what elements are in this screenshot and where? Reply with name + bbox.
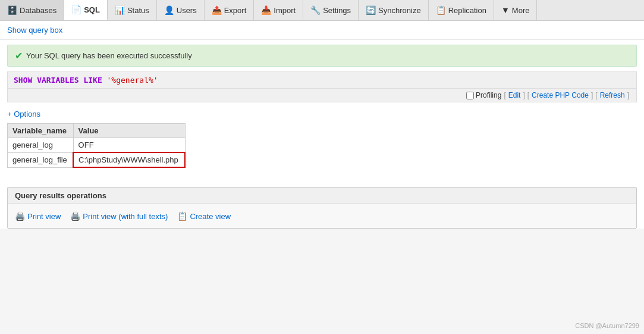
top-nav: 🗄️ Databases 📄 SQL 📊 Status 👤 Users 📤 Ex… [0,0,644,21]
synchronize-icon: 🔄 [366,5,376,15]
col-value: Value [73,124,185,138]
separator3: [ [527,91,529,99]
create-php-code-link[interactable]: Create PHP Code [532,91,589,99]
tab-synchronize[interactable]: 🔄 Synchronize [359,0,429,20]
tab-databases[interactable]: 🗄️ Databases [0,0,64,20]
tab-users[interactable]: 👤 Users [157,0,205,20]
tab-sql-label: SQL [84,5,100,14]
table-row: general_log OFF [8,138,186,153]
tab-settings[interactable]: 🔧 Settings [303,0,359,20]
main-content: Show query box ✔ Your SQL query has been… [0,21,644,229]
profiling-label[interactable]: Profiling [466,91,501,99]
profiling-checkbox[interactable] [466,92,474,99]
export-icon: 📤 [212,5,222,15]
separator5: [ [595,91,597,99]
cell-variable-1: general_log [8,138,74,153]
query-results-header: Query results operations [8,188,636,204]
more-icon: ▼ [501,5,510,15]
sql-string: '%general%' [107,76,158,85]
table-row: general_log_file C:\phpStudy\WWW\shell.p… [8,152,186,167]
cell-variable-2: general_log_file [8,152,74,167]
show-query-box-link[interactable]: Show query box [7,26,62,35]
col-variable-name: Variable_name [8,124,74,138]
create-view-link[interactable]: 📋 Create view [177,211,231,221]
settings-icon: 🔧 [310,5,321,15]
options-section: + Options [0,102,644,121]
refresh-link[interactable]: Refresh [600,91,625,99]
print-view-link[interactable]: 🖨️ Print view [15,211,61,221]
tab-more-label: More [512,6,530,15]
separator4: ] [591,91,593,99]
table-header-row: Variable_name Value [8,124,186,138]
sql-icon: 📄 [71,5,81,14]
separator6: ] [627,91,629,99]
print-view-full-link[interactable]: 🖨️ Print view (with full texts) [70,211,168,221]
tab-status-label: Status [127,6,149,15]
tab-replication-label: Replication [448,6,486,15]
create-view-label: Create view [190,212,231,221]
tab-more[interactable]: ▼ More [494,0,537,20]
tab-status[interactable]: 📊 Status [108,0,157,20]
tab-export-label: Export [224,6,247,15]
edit-link[interactable]: Edit [508,91,521,99]
tab-import[interactable]: 📥 Import [254,0,303,20]
sql-keyword: SHOW VARIABLES LIKE [14,76,102,85]
databases-icon: 🗄️ [7,5,17,15]
tab-export[interactable]: 📤 Export [205,0,255,20]
success-message: ✔ Your SQL query has been executed succe… [7,45,637,67]
tab-replication[interactable]: 📋 Replication [429,0,494,20]
status-icon: 📊 [115,5,125,15]
query-results-section: Query results operations 🖨️ Print view 🖨… [7,187,637,229]
results-table: Variable_name Value general_log OFF gene… [7,123,186,168]
tab-sql[interactable]: 📄 SQL [64,0,108,20]
print-view-icon: 🖨️ [15,211,25,221]
sql-display: SHOW VARIABLES LIKE '%general%' [7,71,637,89]
users-icon: 👤 [164,5,174,15]
success-icon: ✔ [15,50,23,61]
tab-databases-label: Databases [20,6,56,15]
tab-synchronize-label: Synchronize [378,6,421,15]
print-view-full-label: Print view (with full texts) [83,212,168,221]
print-view-full-icon: 🖨️ [70,211,80,221]
tab-import-label: Import [274,6,296,15]
show-query-box-section: Show query box [0,21,644,40]
print-view-label: Print view [27,212,61,221]
separator2: ] [523,91,524,99]
create-view-icon: 📋 [177,211,187,221]
tab-settings-label: Settings [323,6,351,15]
options-link[interactable]: + Options [7,110,40,118]
success-text: Your SQL query has been executed success… [26,51,192,60]
replication-icon: 📋 [436,5,446,15]
cell-value-2-highlighted: C:\phpStudy\WWW\shell.php [73,152,185,167]
tab-users-label: Users [177,6,197,15]
cell-value-1: OFF [73,138,185,153]
import-icon: 📥 [261,5,271,15]
toolbar-row: Profiling [ Edit ] [ Create PHP Code ] [… [7,89,637,102]
data-table-wrapper: Variable_name Value general_log OFF gene… [0,121,644,175]
separator1: [ [504,91,505,99]
query-results-body: 🖨️ Print view 🖨️ Print view (with full t… [8,204,636,228]
